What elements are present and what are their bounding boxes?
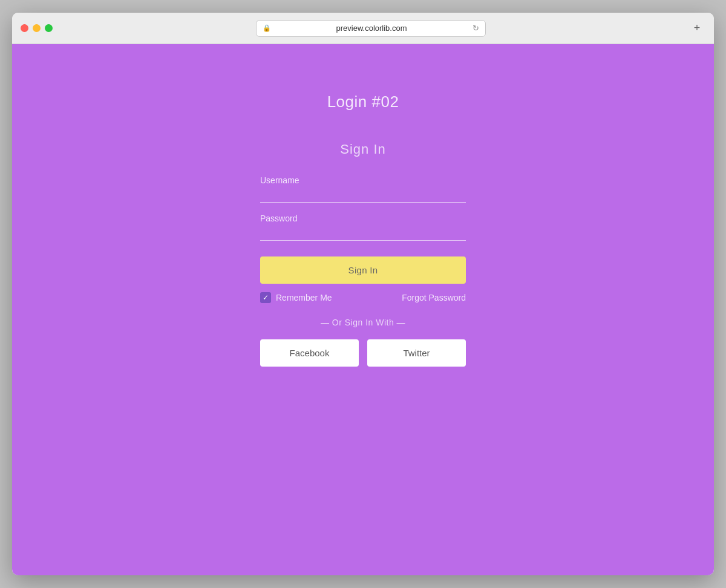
password-label: Password [260,214,466,223]
refresh-icon[interactable]: ↻ [473,24,479,33]
maximize-button[interactable] [45,24,53,32]
checkmark-icon: ✓ [263,293,269,302]
new-tab-button[interactable]: + [688,20,705,37]
sign-in-button[interactable]: Sign In [260,256,466,284]
username-field-group: Username [260,175,466,203]
username-label: Username [260,175,466,185]
browser-chrome: 🔒 preview.colorlib.com ↻ + [12,13,714,44]
twitter-button[interactable]: Twitter [367,339,466,367]
social-buttons: Facebook Twitter [260,339,466,367]
facebook-button[interactable]: Facebook [260,339,359,367]
username-input[interactable] [260,188,466,203]
or-divider: — Or Sign In With — [321,318,405,327]
url-text: preview.colorlib.com [275,24,469,33]
password-field-group: Password [260,214,466,241]
remember-me-container[interactable]: ✓ Remember Me [260,292,332,303]
address-bar[interactable]: 🔒 preview.colorlib.com ↻ [256,20,486,37]
minimize-button[interactable] [33,24,41,32]
remember-me-checkbox[interactable]: ✓ [260,292,271,303]
forgot-password-link[interactable]: Forgot Password [402,293,466,302]
address-bar-container: 🔒 preview.colorlib.com ↻ [57,20,684,37]
password-input[interactable] [260,226,466,241]
browser-content: Login #02 Sign In Username Password Sign… [12,44,714,575]
browser-window: 🔒 preview.colorlib.com ↻ + Login #02 Sig… [12,13,714,575]
remember-me-label: Remember Me [276,293,332,302]
sign-in-heading: Sign In [340,142,386,157]
login-container: Login #02 Sign In Username Password Sign… [260,93,466,367]
page-title: Login #02 [327,93,399,111]
traffic-lights [21,24,53,32]
close-button[interactable] [21,24,28,32]
form-options: ✓ Remember Me Forgot Password [260,292,466,303]
lock-icon: 🔒 [263,24,271,32]
